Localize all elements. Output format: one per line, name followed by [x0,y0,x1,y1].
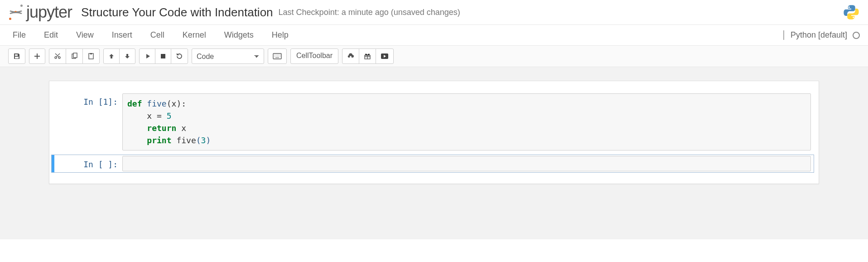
keyboard-icon [273,53,282,59]
menubar: FileEditViewInsertCellKernelWidgetsHelp … [0,25,868,46]
paste-button[interactable] [82,49,100,64]
jupyter-logo-icon [8,5,24,20]
arrow-down-icon [124,53,130,59]
toolbar: Code CellToolbar [0,46,868,67]
cell-toolbar-label: CellToolbar [296,52,333,59]
notebook-container: In [1]:def five(x): x = 5 return x print… [0,67,868,239]
svg-rect-4 [161,54,165,58]
menu-edit[interactable]: Edit [39,28,67,43]
copy-icon [71,53,78,60]
copy-button[interactable] [66,49,83,64]
kernel-name: Python [default] [791,30,847,40]
notebook: In [1]:def five(x): x = 5 return x print… [49,81,819,184]
run-button[interactable] [139,49,155,64]
menu-insert[interactable]: Insert [107,28,141,43]
menu-widgets[interactable]: Widgets [220,28,263,43]
plus-icon [34,53,40,59]
run-icon [144,53,150,59]
svg-rect-3 [90,53,92,54]
extra-button-2[interactable] [359,49,376,64]
notebook-title[interactable]: Structure Your Code with Indentation [81,5,273,19]
command-palette-button[interactable] [268,49,287,64]
menu-file[interactable]: File [8,28,35,43]
interrupt-button[interactable] [155,49,171,64]
cloud-upload-icon [347,53,354,60]
menu-view[interactable]: View [72,28,103,43]
header-bar: jupyter Structure Your Code with Indenta… [0,0,868,25]
code-input[interactable]: def five(x): x = 5 return x print five(3… [122,93,811,150]
menu-help[interactable]: Help [267,28,298,43]
menu-kernel[interactable]: Kernel [178,28,215,43]
cell-toolbar-button[interactable]: CellToolbar [290,49,338,64]
cut-icon [54,53,61,60]
move-up-button[interactable] [103,49,120,64]
gift-icon [364,53,371,60]
restart-button[interactable] [171,49,188,64]
checkpoint-status: Last Checkpoint: a minute ago (unsaved c… [279,8,460,17]
kernel-language-icon [843,4,860,21]
move-down-button[interactable] [119,49,135,64]
svg-rect-1 [73,53,77,58]
jupyter-logo[interactable]: jupyter [8,3,72,22]
cell-type-select[interactable]: Code [192,49,264,64]
extra-button-1[interactable] [342,49,359,64]
cell-prompt: In [ ]: [54,156,122,171]
arrow-up-icon [108,53,115,59]
presentation-icon [381,53,389,59]
code-cell[interactable]: In [ ]: [51,155,814,173]
code-input[interactable] [122,156,811,171]
kernel-status: Python [default] [783,30,860,40]
cell-prompt: In [1]: [54,93,122,150]
save-icon [13,53,20,60]
jupyter-logo-text: jupyter [26,3,72,22]
restart-icon [176,53,183,60]
extra-button-3[interactable] [376,49,394,64]
cut-button[interactable] [49,49,66,64]
stop-icon [160,53,166,59]
code-cell[interactable]: In [1]:def five(x): x = 5 return x print… [51,92,814,152]
menu-cell[interactable]: Cell [146,28,174,43]
paste-icon [87,53,95,60]
kernel-idle-icon [853,32,860,39]
save-button[interactable] [8,49,25,64]
insert-cell-button[interactable] [29,49,45,64]
